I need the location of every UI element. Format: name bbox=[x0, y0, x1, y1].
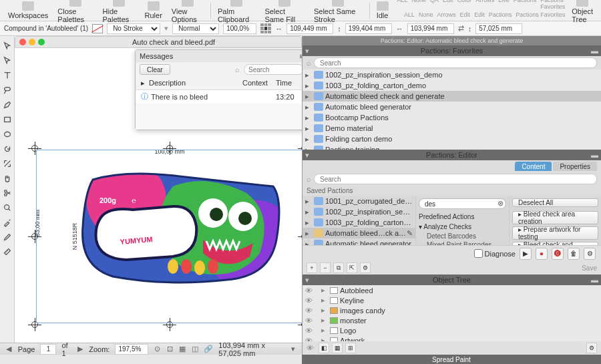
direct-select-tool-icon[interactable] bbox=[1, 54, 14, 67]
tb-ruler[interactable]: Ruler bbox=[142, 0, 165, 21]
add-button[interactable]: + bbox=[307, 262, 317, 273]
chip-pactions-fav[interactable]: Pactions Favorites bbox=[538, 0, 567, 11]
stop-button[interactable]: ⓿ bbox=[552, 248, 564, 260]
collapse-icon[interactable]: ▾ bbox=[305, 47, 309, 55]
window-min-icon[interactable] bbox=[29, 39, 35, 45]
clear-filter-icon[interactable]: ⊗ bbox=[497, 199, 504, 208]
measure-tool-icon[interactable] bbox=[1, 245, 14, 258]
action-group[interactable]: ▾ Analyze Checks bbox=[419, 222, 506, 232]
saved-paction-item[interactable]: ▸Automatic bleed…ck and generate✎ bbox=[303, 228, 415, 238]
anchor-grid-icon[interactable] bbox=[260, 23, 271, 34]
visibility-icon[interactable]: 👁 bbox=[305, 337, 315, 342]
save-button[interactable]: Save bbox=[582, 264, 597, 272]
chip-all[interactable]: ALL bbox=[395, 0, 410, 11]
ot-btn3[interactable]: ⊞ bbox=[345, 343, 356, 353]
tb-close-palettes[interactable]: Close Palettes bbox=[55, 0, 95, 25]
tab-content[interactable]: Content bbox=[515, 162, 552, 171]
favorite-item[interactable]: ▸1003_pz_folding_carton_demo bbox=[303, 80, 601, 91]
chevron-down-icon[interactable]: ▾ bbox=[289, 345, 296, 354]
selection-tool-icon[interactable] bbox=[1, 39, 14, 53]
favorite-item[interactable]: ▸1002_pz_inspiration_session_demo bbox=[303, 69, 601, 80]
ellipse-tool-icon[interactable] bbox=[1, 128, 14, 141]
message-row[interactable]: ⓘ There is no bleed 13:20 bbox=[136, 89, 302, 103]
diagnose-checkbox[interactable] bbox=[474, 249, 483, 258]
rect-tool-icon[interactable] bbox=[1, 113, 14, 126]
chip-pactions[interactable]: Pactions bbox=[512, 0, 539, 11]
favorite-item[interactable]: ▸Demo material bbox=[303, 123, 601, 134]
editor-search-input[interactable] bbox=[314, 174, 597, 184]
w-input[interactable] bbox=[407, 23, 454, 34]
favorite-item[interactable]: ▸Automatic bleed check and generate bbox=[303, 91, 601, 102]
rotate-tool-icon[interactable] bbox=[1, 142, 14, 156]
packaging-artwork[interactable]: YUMYUM 200g ℮ bbox=[73, 166, 286, 287]
chip-color[interactable]: Color bbox=[455, 0, 474, 11]
zoom-tool-icon[interactable] bbox=[1, 201, 14, 214]
tb-select-fill[interactable]: Select Same Fill bbox=[262, 0, 307, 25]
tb-select-stroke[interactable]: Select Same Stroke bbox=[311, 0, 365, 25]
favorite-item[interactable]: ▸Pactions training bbox=[303, 144, 601, 150]
visibility-icon[interactable]: 👁 bbox=[305, 307, 315, 315]
chip-arrows[interactable]: Arrows bbox=[473, 0, 496, 11]
spread-paint-bar[interactable]: Spread Paint bbox=[302, 355, 601, 364]
lasso-tool-icon[interactable] bbox=[1, 83, 14, 97]
play-button[interactable]: ▶ bbox=[520, 248, 532, 260]
object-tree-item[interactable]: 👁▸Autobleed bbox=[303, 285, 601, 295]
status-icon[interactable]: ▦ bbox=[179, 345, 186, 354]
collapse-icon[interactable]: ▾ bbox=[305, 276, 309, 285]
action-step-button[interactable]: ▸ Bleed check area creation bbox=[512, 211, 598, 224]
favorite-item[interactable]: ▸Folding carton demo bbox=[303, 134, 601, 144]
panel-menu-icon[interactable]: ▬ bbox=[591, 47, 598, 55]
link-icon[interactable]: ⇄ bbox=[458, 24, 464, 33]
y-input[interactable] bbox=[345, 23, 392, 34]
record-button[interactable]: ● bbox=[536, 248, 548, 260]
favorites-search-input[interactable] bbox=[314, 57, 597, 68]
messages-search-input[interactable] bbox=[244, 64, 302, 75]
page-input[interactable] bbox=[40, 344, 56, 355]
visibility-icon[interactable]: 👁 bbox=[305, 287, 315, 295]
object-tree-item[interactable]: 👁▸Keyline bbox=[303, 295, 601, 305]
tb-idle[interactable]: Idle bbox=[374, 0, 391, 21]
link-icon[interactable]: 🔗 bbox=[204, 345, 213, 354]
text-tool-icon[interactable] bbox=[1, 69, 14, 82]
saved-paction-item[interactable]: ▸1003_pz_folding_carton_demo bbox=[303, 217, 415, 228]
chip-qa[interactable]: QA bbox=[428, 0, 441, 11]
pencil-tool-icon[interactable] bbox=[1, 230, 14, 244]
gear-icon[interactable]: ⚙ bbox=[360, 262, 371, 273]
chip-edit[interactable]: Edit bbox=[441, 0, 455, 11]
predefined-action[interactable]: Detect Barcodes bbox=[419, 232, 506, 240]
favorite-item[interactable]: ▸Bootcamp Pactions bbox=[303, 112, 601, 123]
ot-btn2[interactable]: ▦ bbox=[332, 343, 343, 353]
saved-paction-item[interactable]: ▸Automatic bleed generator bbox=[303, 238, 415, 245]
blend-select[interactable]: Normal bbox=[172, 23, 219, 34]
status-icon[interactable]: ⊙ bbox=[154, 345, 161, 354]
eyedropper-tool-icon[interactable] bbox=[1, 216, 14, 229]
visibility-icon[interactable]: 👁 bbox=[305, 317, 315, 325]
page-prev-icon[interactable]: ◀ bbox=[5, 345, 13, 354]
object-tree-item[interactable]: 👁▸images candy bbox=[303, 305, 601, 315]
pen-tool-icon[interactable] bbox=[1, 98, 14, 112]
tab-properties[interactable]: Properties bbox=[553, 162, 597, 171]
messages-menu-icon[interactable]: ≡ bbox=[300, 52, 302, 60]
zoom-input[interactable] bbox=[115, 344, 148, 355]
object-tree-item[interactable]: 👁▸Logo bbox=[303, 325, 601, 335]
object-tree-item[interactable]: 👁▸monster bbox=[303, 315, 601, 325]
hand-tool-icon[interactable] bbox=[1, 172, 14, 185]
tb-palm-clipboard[interactable]: Palm Clipboard bbox=[215, 0, 258, 25]
chip-none[interactable]: None bbox=[410, 0, 429, 11]
stroke-select[interactable]: No Stroke bbox=[107, 23, 160, 34]
x-input[interactable] bbox=[286, 23, 333, 34]
window-max-icon[interactable] bbox=[38, 39, 45, 45]
trash-button[interactable]: 🗑 bbox=[568, 248, 580, 260]
collapse-icon[interactable]: ▾ bbox=[305, 151, 309, 160]
tb-workspaces[interactable]: Workspaces bbox=[5, 0, 51, 21]
action-step-button[interactable]: ▸ Prepare artwork for testing bbox=[512, 226, 598, 240]
export-button[interactable]: ⇱ bbox=[347, 262, 357, 273]
favorite-item[interactable]: ▸Automatic bleed generator bbox=[303, 102, 601, 112]
canvas-area[interactable]: Auto check and bleed.pdf Messages ≡ Clea… bbox=[15, 36, 302, 355]
saved-paction-item[interactable]: ▸1002_pz_inspiration_session_demo bbox=[303, 206, 415, 217]
visibility-toggle-icon[interactable]: 👁 bbox=[307, 344, 316, 352]
visibility-icon[interactable]: 👁 bbox=[305, 297, 315, 305]
chip-live[interactable]: Live bbox=[496, 0, 512, 11]
visibility-icon[interactable]: 👁 bbox=[305, 327, 315, 335]
fill-swatch[interactable] bbox=[92, 24, 103, 33]
